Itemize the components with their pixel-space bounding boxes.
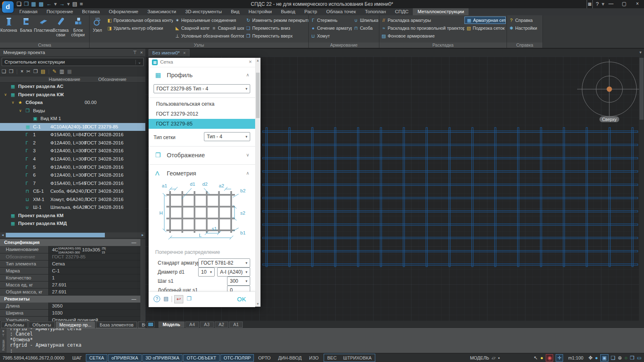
ribbon-tab-3D-инструменты[interactable]: 3D-инструменты bbox=[181, 8, 226, 15]
ribbon-item-Сечение арматуры[interactable]: ●Сечение арматуры bbox=[309, 24, 352, 32]
clean-screen-icon[interactable]: ▪ bbox=[498, 355, 500, 361]
status-toggle-ОТС-ОБЪЕКТ[interactable]: ОТС-ОБЪЕКТ bbox=[183, 354, 219, 362]
delete-icon[interactable]: × bbox=[21, 69, 24, 74]
scroll-up-icon[interactable]: ▲ bbox=[255, 59, 260, 62]
diameter-combo[interactable]: 10▾ bbox=[198, 267, 215, 277]
panel-tab-Альбомы[interactable]: Альбомы bbox=[1, 322, 28, 328]
section-display[interactable]: ❒Отображение∨ bbox=[149, 149, 255, 162]
dialog-settings-icon[interactable]: ▤ bbox=[163, 296, 168, 302]
ribbon-item-Неразъемные соединения[interactable]: ✶Неразъемные соединения bbox=[173, 17, 237, 24]
panel-close-icon[interactable]: × bbox=[140, 50, 143, 55]
tree-row[interactable]: Γ7Ф15А400, L=545ГОСТ 34028-2016 bbox=[0, 180, 145, 188]
pan-icon[interactable]: ✥ bbox=[588, 355, 592, 361]
collapse-icon[interactable]: — bbox=[132, 296, 137, 303]
spec-value[interactable]: 27.691 bbox=[49, 289, 145, 295]
command-pin-icon[interactable]: ⊤ bbox=[0, 334, 7, 337]
selection-cursor-icon[interactable]: ↖ bbox=[534, 355, 538, 361]
ribbon-tab-Настройки[interactable]: Настройки bbox=[244, 8, 276, 15]
tree-row[interactable]: ∨❒Виды bbox=[0, 107, 145, 115]
panel-tab-Объекты[interactable]: Объекты bbox=[28, 322, 54, 328]
chevron-down-icon[interactable]: ∨ bbox=[246, 152, 249, 158]
big-button-Блок сборки[interactable]: Блок сборки bbox=[69, 15, 87, 42]
ribbon-item-Настройки[interactable]: ✱Настройки bbox=[507, 24, 538, 32]
spec-value[interactable]: ГОСТ 23279-85 bbox=[49, 253, 145, 260]
help-icon[interactable]: ? bbox=[596, 0, 599, 8]
status-toggle-оПРИВЯЗКА[interactable]: оПРИВЯЗКА bbox=[108, 354, 142, 362]
chevron-down-icon[interactable]: ▾ bbox=[243, 135, 250, 139]
display-settings-icon[interactable]: ▭ bbox=[637, 355, 642, 361]
ribbon-item-Переместить вверх[interactable]: ❐Переместить вверх bbox=[244, 32, 294, 40]
status-toggle-СЕТКА[interactable]: СЕТКА bbox=[86, 354, 107, 362]
status-toggle-ОТС-ПОЛЯР[interactable]: ОТС-ПОЛЯР bbox=[220, 354, 254, 362]
tab-list-chevron-icon[interactable]: ▾ bbox=[639, 50, 642, 54]
ucs-icon[interactable]: ✛ bbox=[556, 354, 563, 362]
report-icon[interactable]: ▥ bbox=[59, 69, 64, 74]
status-toggle-ШАГ[interactable]: ШАГ bbox=[69, 354, 85, 362]
tree-row[interactable]: ▦С-14С10АI(А240)-10ГОСТ 23279-85 bbox=[0, 123, 145, 131]
status-toggle-ШТРИХОВКА[interactable]: ШТРИХОВКА bbox=[340, 354, 375, 362]
panel-tab-База элементов[interactable]: База элементов bbox=[96, 322, 137, 328]
chevron-down-icon[interactable]: ⌄ bbox=[135, 60, 143, 64]
panel-tab-Менеджер пр...[interactable]: Менеджер пр... bbox=[56, 322, 95, 328]
ribbon-item-Подрезка сеток[interactable]: ▧Подрезка сеток bbox=[464, 24, 506, 32]
scroll-right-icon[interactable]: ▸ bbox=[140, 232, 145, 238]
snap-marker-icon[interactable]: ◉ bbox=[546, 354, 553, 362]
minimize-button[interactable]: — bbox=[604, 0, 618, 8]
tree-row[interactable]: Γ4Ф12А400, L=300ГОСТ 34028-2016 bbox=[0, 155, 145, 163]
tree-row[interactable]: Γ2Ф12А400, L=300ГОСТ 34028-2016 bbox=[0, 139, 145, 147]
status-toggle-ИЗО[interactable]: ИЗО bbox=[306, 354, 322, 362]
ribbon-tab-Вывод[interactable]: Вывод bbox=[276, 8, 300, 15]
big-button-Вставка сваи[interactable]: Вставка сваи bbox=[52, 15, 69, 42]
ribbon-item-Произвольная обрезка контура[interactable]: ◧Произвольная обрезка контура bbox=[105, 17, 173, 24]
spec-value[interactable]: 1030 bbox=[49, 310, 145, 316]
close-button[interactable]: × bbox=[631, 0, 644, 8]
ribbon-tab-Главная[interactable]: Главная bbox=[15, 8, 42, 15]
chevron-down-icon[interactable]: ▾ bbox=[243, 87, 250, 91]
zoom-window-icon[interactable]: ▣ bbox=[600, 354, 608, 362]
ribbon-tab-Зависимости[interactable]: Зависимости bbox=[143, 8, 181, 15]
doc-tab[interactable]: Без имени0*× bbox=[149, 49, 189, 57]
orbit-icon[interactable]: ⊕ bbox=[618, 355, 622, 361]
ribbon-tab-Вид[interactable]: Вид bbox=[226, 8, 244, 15]
ribbon-item-Шпилька[interactable]: ∪Шпилька bbox=[352, 17, 378, 24]
project-filter-combo[interactable]: Строительные конструкции ⌄ bbox=[2, 58, 144, 66]
ribbon-item-Удалить контур обрезки[interactable]: ◨Удалить контур обрезки bbox=[105, 24, 164, 32]
tree-row[interactable]: Γ5Ф12А400, L=300ГОСТ 34028-2016 bbox=[0, 163, 145, 172]
doc-tab-close-icon[interactable]: × bbox=[183, 50, 186, 57]
copy-icon[interactable]: ❐ bbox=[33, 69, 38, 74]
model-tab-А3[interactable]: А3 bbox=[200, 322, 213, 328]
spec-vertical-scrollbar[interactable] bbox=[140, 239, 145, 321]
isolate-objects-icon[interactable]: ○ bbox=[625, 355, 627, 361]
rebar-class-combo[interactable]: А-I (А240)▾ bbox=[217, 267, 250, 277]
big-button-Узел[interactable]: 123Узел bbox=[90, 15, 105, 42]
edit-icon[interactable]: ✎ bbox=[52, 69, 57, 74]
tree-row[interactable]: ⊓СБ-1Скоба, Ф6А240, IГОСТ 34028-2016 bbox=[0, 187, 145, 196]
spec-value[interactable]: 27.691 bbox=[49, 282, 145, 288]
copy-params-icon[interactable]: ❐ bbox=[187, 296, 192, 302]
paste-icon[interactable]: ▤ bbox=[41, 69, 45, 74]
cut-icon[interactable]: ✂ bbox=[26, 69, 31, 74]
spec-value[interactable]: Сетка bbox=[49, 260, 145, 267]
ribbon-item-Арматурная сетка[interactable]: ▦Арматурная сетка bbox=[464, 17, 506, 24]
insert-to-spec-icon[interactable]: ↩ bbox=[174, 295, 183, 303]
dialog-help-icon[interactable]: ? bbox=[154, 296, 160, 302]
zoom-realtime-icon[interactable]: ● bbox=[595, 355, 598, 361]
ribbon-tab-Вставка[interactable]: Вставка bbox=[78, 8, 104, 15]
big-button-Пластина[interactable]: Пластина bbox=[35, 15, 52, 42]
command-panel-tab[interactable]: × ⊤ Коман bbox=[0, 328, 7, 353]
ribbon-tab-Облака точек[interactable]: Облака точек bbox=[322, 8, 360, 15]
spds-tables-icon[interactable]: ▦ bbox=[587, 0, 593, 9]
profile-option-Пользовательская сетка[interactable]: Пользовательская сетка bbox=[149, 99, 255, 109]
collapse-icon[interactable]: — bbox=[132, 239, 137, 246]
tree-row[interactable]: ▦Проект раздела АС bbox=[0, 83, 145, 91]
command-close-icon[interactable]: × bbox=[0, 329, 7, 334]
ribbon-item-Справка[interactable]: ?Справка bbox=[507, 17, 534, 24]
panel-tab-BCF[interactable]: BCF bbox=[138, 322, 145, 328]
chevron-down-icon[interactable]: ▾ bbox=[243, 270, 250, 274]
model-tab-А4[interactable]: А4 bbox=[185, 322, 199, 328]
chevron-up-icon[interactable]: ∧ bbox=[246, 170, 249, 176]
ribbon-tab-Топоплан[interactable]: Топоплан bbox=[360, 8, 391, 15]
column-designation[interactable]: Обозначение bbox=[98, 77, 126, 82]
dialog-scrollbar[interactable]: ▲ ▼ bbox=[255, 58, 260, 307]
ribbon-tab-Металлоконструкции[interactable]: Металлоконструкции bbox=[413, 8, 469, 15]
